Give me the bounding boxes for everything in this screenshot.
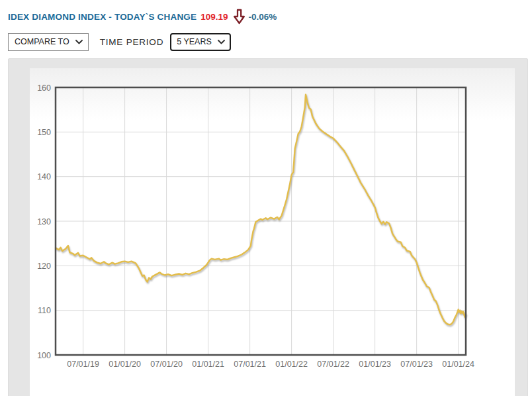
time-period-selected-value: 5 YEARS (177, 37, 212, 46)
x-tick-label: 01/01/23 (359, 360, 391, 369)
price-chart: 10011012013014015016007/01/1901/01/2007/… (30, 68, 515, 379)
time-period-label: TIME PERIOD (100, 37, 164, 47)
compare-to-select[interactable]: COMPARE TO (8, 33, 89, 51)
compare-to-selected-value: COMPARE TO (15, 37, 69, 46)
header: IDEX DIAMOND INDEX - TODAY`S CHANGE 109.… (8, 8, 277, 25)
x-tick-label: 01/01/22 (275, 360, 308, 369)
chart-panel: 10011012013014015016007/01/1901/01/2007/… (8, 58, 528, 396)
change-percent: -0.06% (249, 12, 277, 22)
x-tick-label: 07/01/23 (400, 360, 433, 369)
chart-card: 10011012013014015016007/01/1901/01/2007/… (30, 68, 515, 396)
y-tick-label: 120 (37, 262, 51, 271)
x-tick-label: 07/01/21 (234, 360, 266, 369)
y-tick-label: 160 (37, 83, 51, 93)
y-tick-label: 110 (38, 306, 51, 315)
time-period-select[interactable]: 5 YEARS (170, 33, 231, 51)
x-tick-label: 07/01/22 (317, 360, 349, 369)
x-tick-label: 01/01/21 (192, 360, 224, 369)
y-tick-label: 130 (37, 217, 51, 226)
y-tick-label: 140 (37, 172, 51, 181)
x-tick-label: 01/01/20 (109, 360, 141, 369)
chevron-down-icon (218, 40, 225, 44)
index-today-value: 109.19 (200, 12, 228, 22)
x-tick-label: 07/01/19 (67, 360, 99, 369)
down-arrow-icon (233, 9, 245, 25)
x-tick-label: 07/01/20 (150, 360, 183, 369)
x-tick-label: 01/01/24 (442, 360, 474, 369)
index-line-series (56, 95, 466, 324)
page-title: IDEX DIAMOND INDEX - TODAY`S CHANGE (8, 12, 197, 22)
chevron-down-icon (75, 40, 83, 44)
controls-bar: COMPARE TO TIME PERIOD 5 YEARS (8, 32, 231, 51)
idex-diamond-index-page: { "header": { "title": "IDEX DIAMOND IND… (0, 0, 532, 396)
y-tick-label: 100 (37, 351, 51, 360)
y-tick-label: 150 (37, 128, 51, 137)
